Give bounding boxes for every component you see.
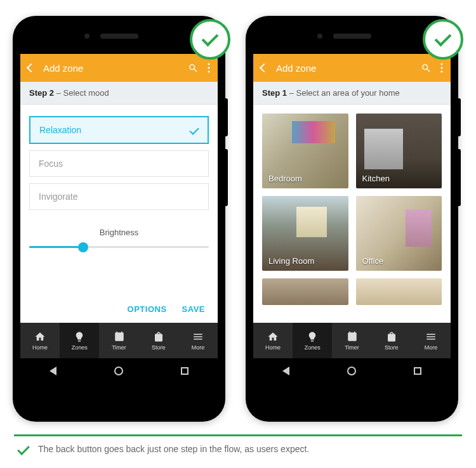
- content-area: Relaxation Focus Invigorate Brightness: [20, 105, 218, 323]
- sys-recents-button[interactable]: [181, 367, 188, 375]
- caption-text: The back button goes back just one step …: [38, 444, 309, 454]
- phone-left: Add zone Step 2 – Select mood Relaxation: [13, 16, 225, 422]
- nav-label: Store: [385, 344, 399, 351]
- caption-divider: [14, 434, 462, 436]
- check-icon: [202, 30, 219, 47]
- area-tile-office[interactable]: Office: [356, 196, 442, 271]
- area-tile-kitchen[interactable]: Kitchen: [356, 114, 442, 188]
- mood-label: Invigorate: [39, 192, 77, 202]
- check-icon: [435, 30, 452, 47]
- nav-label: Timer: [112, 344, 126, 351]
- mood-label: Relaxation: [39, 125, 81, 135]
- chevron-left-icon: [260, 63, 268, 72]
- phone-speaker: [333, 34, 371, 39]
- save-button[interactable]: SAVE: [182, 304, 205, 314]
- bottom-nav: Home Zones Timer Store More: [20, 323, 218, 358]
- svg-point-0: [208, 63, 209, 65]
- nav-more[interactable]: More: [178, 323, 218, 358]
- nav-label: Timer: [345, 344, 359, 351]
- nav-label: Zones: [305, 344, 321, 351]
- svg-point-2: [208, 70, 209, 72]
- brightness-slider[interactable]: [29, 246, 209, 248]
- tile-label: Living Room: [268, 256, 314, 266]
- nav-store[interactable]: Store: [372, 323, 411, 358]
- tile-label: Kitchen: [362, 174, 390, 183]
- nav-zones[interactable]: Zones: [293, 323, 332, 358]
- slider-thumb[interactable]: [78, 242, 88, 252]
- screen: Add zone Step 2 – Select mood Relaxation: [20, 54, 218, 384]
- slider-fill: [29, 246, 83, 248]
- sys-home-button[interactable]: [114, 367, 123, 375]
- bottom-nav: Home Zones Timer Store More: [253, 323, 451, 358]
- options-button[interactable]: OPTIONS: [128, 304, 167, 314]
- step-number: Step 2: [29, 88, 54, 98]
- phone-right: Add zone Step 1 – Select an area of your…: [246, 16, 458, 422]
- nav-label: More: [425, 344, 438, 351]
- svg-point-3: [440, 63, 442, 65]
- app-bar-title: Add zone: [43, 63, 179, 74]
- step-header: Step 1 – Select an area of your home: [253, 82, 451, 105]
- phone-camera: [84, 34, 89, 39]
- app-bar: Add zone: [253, 54, 451, 82]
- mood-option-focus[interactable]: Focus: [29, 150, 209, 177]
- phone-speaker: [100, 34, 138, 39]
- area-grid: Bedroom Kitchen Living Room Office: [262, 114, 442, 305]
- step-description: – Select an area of your home: [289, 88, 400, 98]
- nav-zones[interactable]: Zones: [60, 323, 99, 358]
- content-area: Bedroom Kitchen Living Room Office: [253, 105, 451, 323]
- nav-label: Home: [265, 344, 281, 351]
- nav-home[interactable]: Home: [20, 323, 60, 358]
- mood-label: Focus: [39, 159, 63, 169]
- check-icon: [189, 125, 199, 135]
- svg-point-4: [440, 67, 442, 68]
- caption-row: The back button goes back just one step …: [14, 444, 462, 454]
- action-row: OPTIONS SAVE: [29, 294, 209, 323]
- area-tile-partial[interactable]: [262, 278, 348, 305]
- android-system-nav: [20, 358, 218, 384]
- tile-label: Bedroom: [268, 174, 302, 183]
- search-button[interactable]: [188, 63, 199, 74]
- mood-list: Relaxation Focus Invigorate: [29, 116, 209, 210]
- overflow-menu-button[interactable]: [440, 63, 443, 73]
- svg-point-1: [208, 67, 209, 68]
- app-bar-title: Add zone: [276, 63, 412, 74]
- nav-home[interactable]: Home: [253, 323, 293, 358]
- sys-back-button[interactable]: [282, 367, 289, 375]
- approved-badge: [190, 19, 230, 60]
- nav-timer[interactable]: Timer: [99, 323, 138, 358]
- brightness-block: Brightness: [29, 228, 209, 248]
- nav-label: Zones: [72, 344, 88, 351]
- area-tile-living-room[interactable]: Living Room: [262, 196, 348, 271]
- mood-option-relaxation[interactable]: Relaxation: [29, 116, 209, 144]
- tile-label: Office: [362, 256, 384, 266]
- search-button[interactable]: [421, 63, 432, 74]
- screen: Add zone Step 1 – Select an area of your…: [253, 54, 451, 384]
- check-icon: [17, 443, 30, 455]
- mood-option-invigorate[interactable]: Invigorate: [29, 183, 209, 210]
- android-system-nav: [253, 358, 451, 384]
- caption-block: The back button goes back just one step …: [14, 434, 462, 454]
- overflow-menu-button[interactable]: [208, 63, 210, 73]
- brightness-label: Brightness: [29, 228, 209, 237]
- app-bar: Add zone: [20, 54, 218, 82]
- nav-timer[interactable]: Timer: [332, 323, 371, 358]
- nav-store[interactable]: Store: [139, 323, 178, 358]
- back-button[interactable]: [261, 65, 267, 71]
- sys-recents-button[interactable]: [414, 367, 421, 375]
- area-tile-partial[interactable]: [356, 278, 442, 305]
- chevron-left-icon: [27, 63, 36, 72]
- nav-more[interactable]: More: [411, 323, 451, 358]
- step-header: Step 2 – Select mood: [20, 82, 218, 105]
- phone-camera: [317, 34, 322, 39]
- nav-label: Store: [152, 344, 166, 351]
- sys-back-button[interactable]: [50, 367, 56, 375]
- nav-label: More: [192, 344, 205, 351]
- approved-badge: [423, 19, 463, 60]
- svg-point-5: [440, 70, 442, 72]
- sys-home-button[interactable]: [347, 367, 356, 375]
- area-tile-bedroom[interactable]: Bedroom: [262, 114, 348, 188]
- nav-label: Home: [32, 344, 48, 351]
- step-description: – Select mood: [56, 88, 109, 98]
- back-button[interactable]: [28, 65, 34, 71]
- step-number: Step 1: [262, 88, 287, 98]
